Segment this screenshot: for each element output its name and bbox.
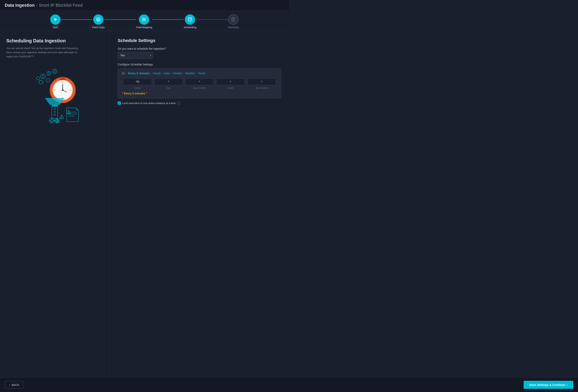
back-arrow-icon: ‹ [9,383,10,387]
svg-point-1 [97,18,100,19]
main-content: Scheduling Data Ingestion You are almost… [0,31,289,392]
app-header: Data Ingestion - Snort IP Blocklist Feed [0,0,289,11]
back-label: BACK [12,383,19,387]
svg-point-9 [189,18,189,18]
freq-monthly[interactable]: Monthly [185,72,195,75]
line-1 [60,19,92,20]
svg-point-30 [53,69,57,74]
stepper: Start Fetch Data [50,14,239,29]
schedule-select-wrapper: Yes No ▾ [118,52,153,59]
schedule-select[interactable]: Yes No [118,52,153,59]
cron-minute-label: minute [122,86,153,90]
line-3 [152,19,184,20]
step-summary: Summary [228,14,239,29]
back-button[interactable]: ‹ BACK [5,381,24,389]
svg-rect-38 [52,105,58,106]
sep-1: | [151,72,152,75]
step-scheduling-circle [185,14,195,25]
schedule-by-row: By : Every X minutes | Hourly | Daily | … [122,72,277,75]
svg-marker-0 [54,18,57,21]
svg-point-44 [51,119,53,122]
section-title: Schedule Settings [118,38,281,43]
svg-rect-45 [51,118,52,119]
svg-point-31 [46,78,50,82]
cron-dow-label: day of week [246,86,277,90]
step-fetch-circle [93,14,103,25]
svg-rect-39 [52,106,58,118]
app-title: Data Ingestion [5,3,35,8]
freq-every-x-minutes[interactable]: Every X minutes [128,72,150,75]
svg-rect-47 [49,120,50,121]
line-2 [104,19,136,20]
cron-hour-cell [153,78,184,86]
stepper-bar: Start Fetch Data [0,11,289,31]
sep-5: | [196,72,197,75]
cron-hour-label: hour [153,86,184,90]
cron-month-input[interactable] [216,78,245,85]
cron-dom-label: day of month [184,86,215,90]
svg-point-41 [54,111,55,112]
limit-execution-row: Limit execution to one active instance a… [118,101,281,105]
panel-title: Scheduling Data Ingestion [6,38,103,44]
illustration [6,62,103,130]
step-mapping-circle [139,14,149,25]
footer: ‹ BACK Save Settings & Continue › [0,377,289,392]
cron-inputs-row [122,78,277,86]
freq-weekly[interactable]: Weekly [173,72,182,75]
app-subtitle: - Snort IP Blocklist Feed [36,3,83,8]
right-panel: Schedule Settings Do you want to schedul… [110,31,289,392]
svg-point-25 [62,89,63,91]
limit-execution-label: Limit execution to one active instance a… [122,102,176,105]
svg-rect-46 [51,122,52,123]
svg-point-32 [39,80,43,84]
freq-hourly[interactable]: Hourly [153,72,161,75]
svg-rect-53 [54,120,55,121]
svg-rect-51 [56,118,57,119]
svg-marker-37 [45,98,65,105]
cron-dow-cell [246,78,277,86]
schedule-question: Do you want to schedule the ingestion? [118,47,281,50]
cron-table: minute hour day of month month day of we… [122,78,277,90]
line-4 [196,19,228,20]
step-mapping-label: Field Mapping [136,26,152,29]
by-label: By : [122,72,127,75]
svg-rect-27 [60,79,66,80]
svg-point-57 [61,118,62,118]
sep-3: | [171,72,172,75]
svg-point-28 [41,74,45,79]
step-start-label: Start [53,26,58,29]
step-summary-label: Summary [228,26,239,29]
svg-point-33 [37,77,40,80]
cron-minute-input[interactable] [123,78,152,85]
info-icon[interactable]: i [177,101,180,105]
cron-month-cell [215,78,246,86]
cron-minute-cell [122,78,153,86]
step-start: Start [50,14,60,29]
cron-labels-row: minute hour day of month month day of we… [122,86,277,90]
freq-daily[interactable]: Daily [164,72,170,75]
cron-day-of-week-input[interactable] [247,78,276,85]
svg-point-60 [68,113,69,113]
sep-4: | [183,72,184,75]
limit-execution-checkbox[interactable] [118,101,121,105]
left-panel: Scheduling Data Ingestion You are almost… [0,31,110,392]
svg-point-34 [42,75,44,76]
step-field-mapping: Field Mapping [136,14,152,29]
step-scheduling-label: Scheduling [184,26,196,29]
step-start-circle [50,14,60,25]
svg-point-42 [54,114,55,115]
panel-desc: You are almost there! Set up the ingesti… [6,46,81,58]
svg-point-63 [57,122,58,122]
cron-dom-cell [184,78,215,86]
svg-point-36 [54,70,55,72]
freq-yearly[interactable]: Yearly [198,72,205,75]
cron-month-label: month [215,86,246,90]
cron-day-of-month-input[interactable] [185,78,214,85]
step-fetch-label: Fetch Data [92,26,105,29]
cron-hour-input[interactable] [154,78,183,85]
schedule-illustration [27,64,82,128]
configure-label: Configure Schedule Settings [118,63,281,66]
step-fetch-data: Fetch Data [92,14,105,29]
svg-point-40 [54,108,55,110]
cron-result: " Every 5 minutes " [122,92,277,95]
